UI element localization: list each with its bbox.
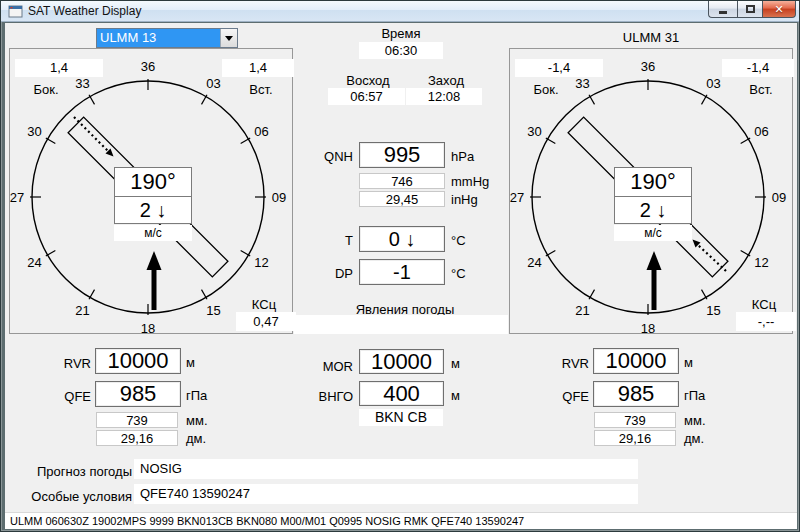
qnh-mmhg-value[interactable]: 746	[359, 173, 445, 189]
compass-heading-label: 30	[527, 124, 541, 139]
qnh-label: QNH	[283, 149, 353, 164]
caption-buttons: ✕	[708, 1, 796, 18]
wind-direction-value: 190°	[115, 168, 191, 196]
rvr-value[interactable]: 10000	[593, 348, 679, 374]
rvr-label: RVR	[23, 356, 91, 371]
friction-coefficient-value: -,--	[736, 312, 796, 331]
maximize-icon	[746, 5, 755, 13]
time-label: Время	[331, 26, 471, 41]
qfe-mm-unit: мм.	[684, 413, 706, 428]
compass-heading-label: 06	[254, 124, 268, 139]
minimize-icon	[719, 11, 727, 14]
qfe-value[interactable]: 985	[593, 381, 679, 407]
dewpoint-label: DP	[283, 266, 353, 281]
app-window: SAT Weather Display ✕ ULMM 13 ULMM 31 36…	[0, 0, 800, 532]
wind-direction-value: 190°	[615, 168, 691, 196]
sunset-value[interactable]: 12:08	[406, 88, 482, 105]
maximize-button[interactable]	[737, 1, 763, 18]
wind-speed-unit: м/с	[114, 225, 192, 241]
window-title: SAT Weather Display	[28, 4, 141, 18]
special-conditions-value[interactable]: QFE740 13590247	[134, 484, 638, 504]
qfe-value[interactable]: 985	[95, 381, 181, 407]
compass-heading-label: 03	[206, 76, 220, 91]
compass-heading-label: 30	[27, 124, 41, 139]
combo-dropdown-button[interactable]	[220, 29, 237, 47]
qnh-mmhg-unit: mmHg	[451, 174, 489, 189]
sunrise-label: Восход	[324, 73, 412, 88]
dewpoint-unit: °C	[451, 266, 466, 281]
temperature-label: T	[283, 233, 353, 248]
temperature-value[interactable]: 0 ↓	[359, 226, 445, 252]
phenomena-value[interactable]	[294, 315, 508, 334]
compass-heading-label: 06	[754, 124, 768, 139]
runway-selector-value: ULMM 13	[97, 29, 220, 47]
sunset-label: Заход	[402, 73, 490, 88]
qnh-hpa-value[interactable]: 995	[359, 142, 445, 168]
compass-heading-label: 12	[254, 255, 268, 270]
wind-speed-value: 2 ↓	[615, 196, 691, 223]
cloud-base-value[interactable]: 400	[359, 381, 444, 406]
cloud-type-value[interactable]: BKN CB	[359, 409, 443, 426]
wind-direction-box: 190° 2 ↓	[114, 167, 192, 224]
compass-heading-label: 12	[754, 255, 768, 270]
temperature-unit: °C	[451, 233, 466, 248]
compass-panel-right: 360306091215182124273033 -1,4 Бок. -1,4 …	[509, 48, 793, 334]
rvr-unit: м	[186, 355, 195, 370]
headwind-value: -1,4	[722, 59, 794, 77]
metar-status-bar: ULMM 060630Z 19002MPS 9999 BKN013CB BKN0…	[5, 512, 797, 529]
minimize-button[interactable]	[708, 1, 737, 18]
qfe-in-unit: дм.	[684, 431, 704, 446]
wind-arrow-head	[147, 251, 162, 270]
qfe-unit: гПа	[684, 388, 705, 403]
mor-value[interactable]: 10000	[359, 349, 444, 374]
compass-heading-label: 27	[10, 190, 24, 205]
forecast-value[interactable]: NOSIG	[134, 459, 638, 479]
compass-heading-label: 33	[75, 76, 89, 91]
headwind-label: Вст.	[728, 82, 794, 97]
sunrise-value[interactable]: 06:57	[328, 88, 405, 105]
crosswind-value: 1,4	[15, 59, 103, 77]
crosswind-value: -1,4	[515, 59, 603, 77]
friction-coefficient-value: 0,47	[236, 312, 296, 331]
special-conditions-label: Особые условия	[20, 489, 132, 504]
headwind-value: 1,4	[222, 59, 294, 77]
wind-speed-value: 2 ↓	[115, 196, 191, 223]
wind-speed-unit: м/с	[614, 225, 692, 241]
compass-heading-label: 09	[772, 190, 786, 205]
close-icon: ✕	[774, 2, 783, 17]
chevron-down-icon	[225, 36, 233, 41]
compass-heading-label: 18	[641, 321, 655, 334]
cloud-base-unit: м	[451, 388, 460, 403]
compass-heading-label: 21	[575, 303, 589, 318]
qfe-mm-unit: мм.	[186, 413, 208, 428]
forecast-label: Прогноз погоды	[20, 464, 132, 479]
crosswind-label: Бок.	[515, 82, 577, 97]
time-value[interactable]: 06:30	[359, 42, 443, 59]
qfe-mm-value[interactable]: 739	[594, 412, 676, 428]
compass-heading-label: 24	[27, 255, 41, 270]
qfe-in-value[interactable]: 29,16	[594, 430, 676, 446]
runway-selector[interactable]: ULMM 13	[96, 28, 238, 48]
compass-heading-label: 15	[206, 303, 220, 318]
wind-arrow-head	[647, 251, 662, 270]
compass-heading-label: 03	[706, 76, 720, 91]
rvr-value[interactable]: 10000	[95, 348, 181, 374]
friction-coefficient-label: КСц	[734, 297, 794, 312]
qfe-mm-value[interactable]: 739	[96, 412, 178, 428]
compass-heading-label: 33	[575, 76, 589, 91]
qfe-in-value[interactable]: 29,16	[96, 430, 178, 446]
crosswind-label: Бок.	[15, 82, 77, 97]
qfe-unit: гПа	[186, 388, 207, 403]
close-button[interactable]: ✕	[763, 1, 796, 18]
qnh-inhg-value[interactable]: 29,45	[359, 191, 445, 207]
titlebar[interactable]: SAT Weather Display ✕	[1, 1, 799, 22]
friction-coefficient-label: КСц	[234, 297, 294, 312]
compass-heading-label: 15	[706, 303, 720, 318]
compass-heading-label: 24	[527, 255, 541, 270]
dewpoint-value[interactable]: -1	[359, 259, 445, 285]
qnh-hpa-unit: hPa	[451, 149, 474, 164]
wind-direction-box: 190° 2 ↓	[614, 167, 692, 224]
cloud-base-label: ВНГО	[283, 389, 353, 404]
compass-heading-label: 27	[510, 190, 524, 205]
qfe-label: QFE	[23, 389, 91, 404]
